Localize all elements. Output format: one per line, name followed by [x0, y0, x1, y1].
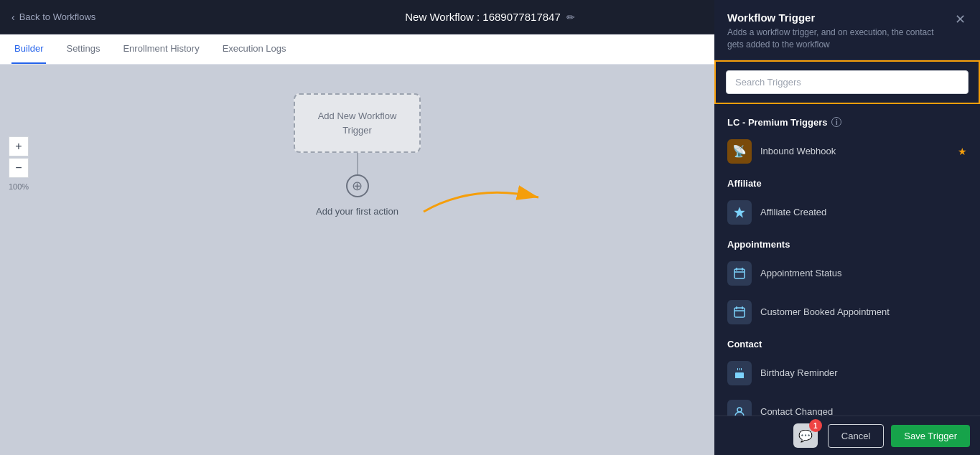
affiliate-created-label: Affiliate Created: [760, 207, 967, 217]
chat-icon: 💬: [798, 429, 813, 443]
birthday-reminder-label: Birthday Reminder: [760, 367, 967, 378]
section-contact: Contact: [714, 332, 980, 354]
node-line2: Trigger: [342, 125, 372, 136]
section-affiliate-label: Affiliate: [727, 178, 762, 189]
trigger-list: LC - Premium Triggers i 📡 Inbound Webhoo…: [714, 104, 980, 416]
search-container: [714, 60, 980, 104]
appointment-status-label: Appointment Status: [760, 268, 967, 278]
add-action-text: Add your first action: [316, 206, 398, 217]
back-to-workflows-button[interactable]: ‹ Back to Workflows: [11, 11, 95, 23]
node-line1: Add New Workflow: [318, 111, 397, 121]
appointment-status-icon: [727, 261, 752, 286]
inbound-webhook-icon: 📡: [727, 139, 752, 164]
add-action-button[interactable]: ⊕: [346, 174, 369, 197]
trigger-inbound-webhook[interactable]: 📡 Inbound Webhook ★: [714, 132, 980, 171]
svg-point-9: [737, 408, 742, 412]
arrow-annotation: [416, 169, 560, 229]
birthday-reminder-icon: [727, 361, 752, 385]
star-icon: ★: [958, 146, 967, 157]
zoom-controls: + − 100%: [9, 136, 29, 191]
panel-header-text: Workflow Trigger Adds a workflow trigger…: [727, 11, 935, 51]
back-label: Back to Workflows: [19, 11, 96, 22]
tab-enrollment-history[interactable]: Enrollment History: [120, 34, 202, 64]
chat-icon-button[interactable]: 💬 1: [793, 423, 818, 448]
customer-booked-label: Customer Booked Appointment: [760, 306, 967, 317]
plus-icon: ⊕: [352, 178, 363, 194]
workflow-title: New Workflow : 1689077817847 ✏: [405, 11, 575, 23]
tab-execution-logs[interactable]: Execution Logs: [220, 34, 289, 64]
svg-rect-1: [734, 269, 745, 278]
section-contact-label: Contact: [727, 339, 762, 350]
zoom-out-button[interactable]: −: [9, 158, 29, 178]
trigger-contact-changed[interactable]: Contact Changed: [714, 393, 980, 416]
tab-builder[interactable]: Builder: [11, 34, 46, 64]
section-appointments-label: Appointments: [727, 239, 790, 250]
workflow-trigger-node[interactable]: Add New Workflow Trigger: [294, 93, 421, 153]
back-arrow-icon: ‹: [11, 11, 15, 23]
workflow-trigger-panel: Workflow Trigger Adds a workflow trigger…: [714, 0, 980, 455]
notification-badge: 1: [809, 419, 822, 432]
affiliate-created-icon: [727, 200, 752, 225]
zoom-in-button[interactable]: +: [9, 136, 29, 156]
trigger-customer-booked-appointment[interactable]: Customer Booked Appointment: [714, 293, 980, 332]
cancel-button[interactable]: Cancel: [828, 424, 884, 448]
close-panel-button[interactable]: ✕: [953, 11, 967, 27]
edit-icon[interactable]: ✏: [566, 11, 575, 23]
panel-header: Workflow Trigger Adds a workflow trigger…: [714, 0, 980, 60]
section-affiliate: Affiliate: [714, 171, 980, 193]
section-appointments: Appointments: [714, 232, 980, 254]
trigger-appointment-status[interactable]: Appointment Status: [714, 254, 980, 293]
search-input[interactable]: [726, 70, 969, 94]
svg-rect-5: [734, 308, 745, 317]
panel-footer: 💬 1 Cancel Save Trigger: [714, 416, 980, 455]
contact-changed-label: Contact Changed: [760, 406, 967, 416]
save-trigger-button[interactable]: Save Trigger: [891, 425, 970, 447]
tab-settings[interactable]: Settings: [63, 34, 103, 64]
trigger-affiliate-created[interactable]: Affiliate Created: [714, 193, 980, 232]
info-icon-lc[interactable]: i: [831, 117, 841, 127]
zoom-label: 100%: [9, 182, 29, 191]
contact-changed-icon: [727, 400, 752, 416]
trigger-birthday-reminder[interactable]: Birthday Reminder: [714, 354, 980, 393]
canvas-area: + − 100% Add New Workflow Trigger ⊕ Add …: [0, 65, 714, 455]
panel-subtitle: Adds a workflow trigger, and on executio…: [727, 27, 935, 51]
connector-line: [357, 153, 358, 174]
title-text: New Workflow : 1689077817847: [405, 11, 561, 23]
panel-title: Workflow Trigger: [727, 11, 935, 24]
section-lc-premium: LC - Premium Triggers i: [714, 110, 980, 132]
section-lc-label: LC - Premium Triggers: [727, 117, 827, 128]
inbound-webhook-label: Inbound Webhook: [760, 146, 949, 156]
customer-booked-icon: [727, 300, 752, 324]
